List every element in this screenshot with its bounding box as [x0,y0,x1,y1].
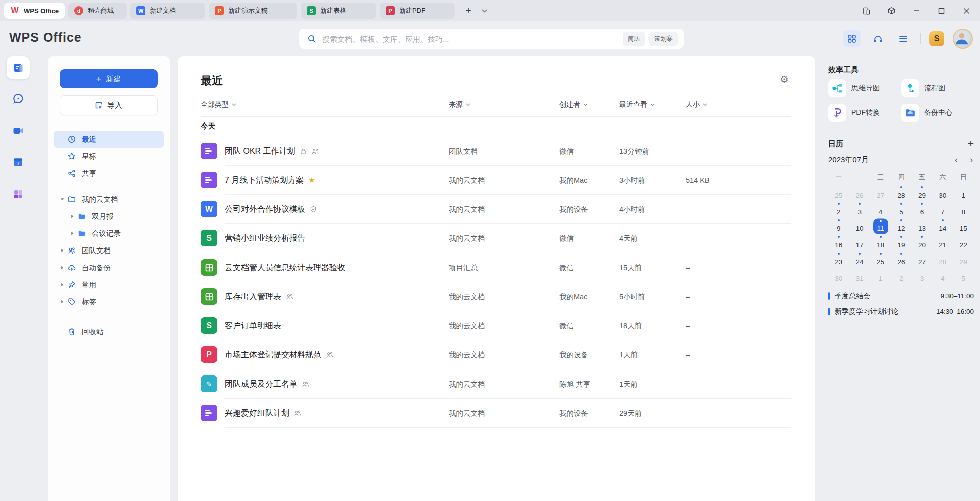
file-row[interactable]: 兴趣爱好组队计划我的云文档我的设备29天前– [178,399,815,428]
calendar-day[interactable]: 23 [828,251,849,268]
file-row[interactable]: ✎团队成员及分工名单我的云文档陈旭 共享1天前– [178,369,815,399]
calendar-day[interactable]: 1 [953,185,974,201]
window-tab-2[interactable]: d稻壳商城 [68,3,127,19]
file-row[interactable]: S营销小组业绩分析报告我的云文档微信4天前– [178,224,815,253]
calendar-day[interactable]: 20 [912,234,932,251]
apps-grid-icon[interactable] [843,30,861,47]
sidebar-item-自动备份[interactable]: 自动备份 [54,259,164,276]
maximize-button[interactable] [935,4,948,17]
file-row[interactable]: 云文档管人员信息统计表理器验收项目汇总微信15天前– [178,253,815,282]
calendar-day[interactable]: 10 [849,218,870,234]
calendar-day[interactable]: 2 [891,268,911,284]
sidebar-item-常用[interactable]: 常用 [54,276,164,293]
file-row[interactable]: W公司对外合作协议模板我的云文档我的设备4小时前– [178,195,815,224]
calendar-event[interactable]: 新季度学习计划讨论14:30–16:00 [828,304,974,319]
window-tab-6[interactable]: P新建PDF [380,3,455,19]
sidebar-item-标签[interactable]: 标签 [54,293,164,310]
calendar-day[interactable]: 17 [849,234,870,251]
calendar-day[interactable]: 26 [891,251,911,268]
sidebar-item-回收站[interactable]: 回收站 [54,323,164,340]
import-button[interactable]: 导入 [60,95,158,115]
tool-mindmap[interactable]: 思维导图 [828,79,901,97]
window-tab-3[interactable]: W新建文档 [130,3,205,19]
calendar-day[interactable]: 28 [932,251,953,268]
caret-right-icon[interactable] [60,299,68,304]
menu-icon[interactable] [895,30,912,47]
search-tag-plan[interactable]: 策划案 [649,32,678,46]
calendar-day[interactable]: 4 [870,201,891,218]
file-row[interactable]: 库存出入管理表我的云文档我的Mac5小时前– [178,282,815,311]
window-tab-4[interactable]: P新建演示文稿 [209,3,297,19]
sidebar-item-团队文档[interactable]: 团队文档 [54,242,164,259]
calendar-day[interactable]: 27 [870,185,891,201]
calendar-day-selected[interactable]: 11 [870,218,891,234]
calendar-day[interactable]: 8 [953,201,974,218]
calendar-event[interactable]: 季度总结会9:30–11:00 [828,288,974,304]
tool-pdf-convert[interactable]: PDF转换 [828,104,901,122]
calendar-day[interactable]: 27 [912,251,932,268]
calendar-day[interactable]: 24 [849,251,870,268]
calendar-day[interactable]: 29 [912,185,932,201]
calendar-day[interactable]: 21 [932,234,953,251]
support-headset-icon[interactable] [869,30,886,47]
workspace-cube-icon[interactable] [885,4,898,17]
rail-item-apps[interactable] [7,183,30,206]
window-tab-5[interactable]: S新建表格 [301,3,376,19]
calendar-day[interactable]: 26 [849,185,870,201]
gear-icon[interactable]: ⚙ [780,74,789,84]
caret-right-icon[interactable] [60,282,68,287]
minimize-button[interactable] [910,4,923,17]
sidebar-item-我的云文档[interactable]: 我的云文档 [54,191,164,208]
rail-item-calendar[interactable]: 7 [7,151,30,174]
calendar-day[interactable]: 29 [953,251,974,268]
sidebar-item-星标[interactable]: 星标 [54,148,164,165]
tool-backup-center[interactable]: 备份中心 [901,104,974,122]
search-tag-resume[interactable]: 简历 [623,32,645,46]
calendar-day[interactable]: 12 [891,218,911,234]
calendar-day[interactable]: 25 [870,251,891,268]
tool-flowchart[interactable]: 流程图 [901,79,974,97]
close-button[interactable] [960,4,973,17]
calendar-day[interactable]: 16 [828,234,849,251]
new-document-button[interactable]: + 新建 [60,69,158,88]
caret-right-icon[interactable] [60,265,68,270]
calendar-day[interactable]: 7 [932,201,953,218]
filter-最近查看[interactable]: 最近查看 [619,100,655,109]
member-badge[interactable]: S [929,31,944,46]
filter-全部类型[interactable]: 全部类型 [201,100,236,109]
caret-right-icon[interactable] [70,214,78,219]
caret-down-icon[interactable] [60,197,68,202]
filter-创建者[interactable]: 创建者 [559,100,588,109]
tab-list-chevron-down-icon[interactable] [479,4,490,18]
calendar-day[interactable]: 30 [828,268,849,284]
file-row[interactable]: P市场主体登记提交材料规范我的云文档我的设备1天前– [178,340,815,369]
calendar-day[interactable]: 6 [912,201,932,218]
filter-大小[interactable]: 大小 [686,100,707,109]
calendar-day[interactable]: 4 [932,268,953,284]
search-input[interactable] [321,34,619,44]
calendar-day[interactable]: 1 [870,268,891,284]
window-tab-1[interactable]: WWPS Office [4,3,65,19]
add-event-icon[interactable]: + [968,138,974,150]
calendar-day[interactable]: 13 [912,218,932,234]
mobile-sync-icon[interactable] [860,4,873,17]
filter-来源[interactable]: 来源 [449,100,470,109]
calendar-day[interactable]: 5 [891,201,911,218]
calendar-day[interactable]: 18 [870,234,891,251]
calendar-day[interactable]: 15 [953,218,974,234]
calendar-day[interactable]: 3 [912,268,932,284]
file-row[interactable]: S客户订单明细表我的云文档微信18天前– [178,311,815,340]
calendar-day[interactable]: 9 [828,218,849,234]
calendar-day[interactable]: 28 [891,185,911,201]
avatar[interactable] [953,29,973,49]
calendar-day[interactable]: 5 [953,268,974,284]
rail-item-messages[interactable] [7,87,30,110]
caret-right-icon[interactable] [70,231,78,236]
calendar-prev-icon[interactable]: ‹ [949,155,964,165]
search-bar[interactable]: 简历 策划案 [299,29,684,49]
calendar-day[interactable]: 3 [849,201,870,218]
calendar-day[interactable]: 30 [932,185,953,201]
calendar-day[interactable]: 19 [891,234,911,251]
sidebar-item-最近[interactable]: 最近 [54,131,164,148]
calendar-day[interactable]: 2 [828,201,849,218]
